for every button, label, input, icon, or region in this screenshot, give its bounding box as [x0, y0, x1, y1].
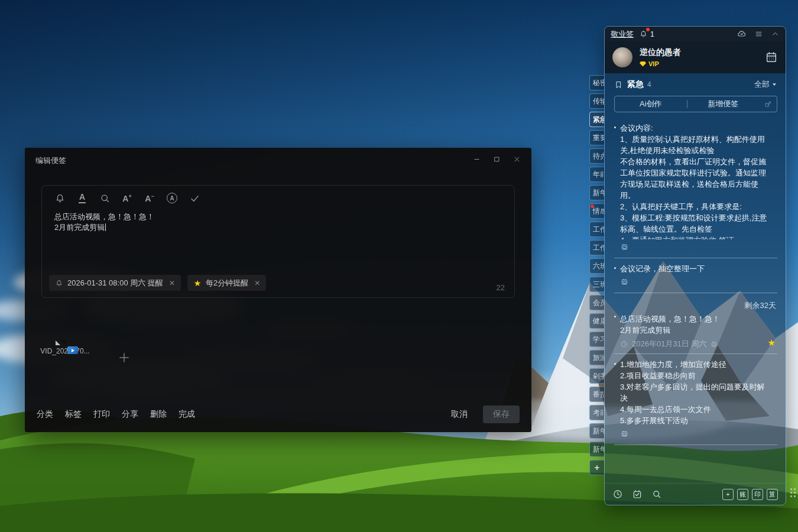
maximize-icon: [492, 155, 501, 164]
note-bullet: [614, 316, 616, 317]
add-category-tab[interactable]: +: [589, 460, 604, 475]
app-name[interactable]: 敬业签: [611, 29, 634, 40]
category-tab-考前[interactable]: 考前: [589, 405, 604, 420]
filter-dropdown[interactable]: 全部: [754, 79, 777, 90]
dialog-action-分类[interactable]: 分类: [37, 409, 53, 420]
category-tab-情感[interactable]: 情感: [589, 203, 604, 219]
note-lock-icon: [620, 277, 629, 286]
titlebar-icons: [737, 29, 780, 39]
ai-create-button[interactable]: Ai创作: [615, 99, 687, 109]
search-button[interactable]: [651, 489, 662, 499]
category-tab-新年[interactable]: 新年: [589, 423, 604, 439]
popout-button[interactable]: [759, 100, 777, 108]
dialog-footer-actions: 分类标签打印分享删除完成: [37, 409, 195, 420]
maximize-button[interactable]: [486, 151, 507, 167]
category-name: 紧急: [627, 79, 644, 90]
category-tab-健康[interactable]: 健康: [589, 313, 604, 329]
search-tool-button[interactable]: [99, 192, 111, 204]
dialog-action-完成[interactable]: 完成: [179, 409, 195, 420]
note-item[interactable]: 剩余32天总店活动视频，急！急！急！2月前完成剪辑2026年01月31日 周六★: [614, 293, 777, 354]
calendar-icon[interactable]: [765, 51, 778, 64]
category-tab-六班[interactable]: 六班: [589, 258, 604, 274]
note-lock-icon: [710, 340, 718, 348]
bell-tool-button[interactable]: [54, 192, 66, 204]
chevron-up-icon[interactable]: [771, 30, 780, 38]
note-line: 3.对老客户多多回访，提出的问题要及时解: [620, 381, 777, 392]
category-tab-旅游[interactable]: 旅游: [589, 350, 604, 365]
note-item[interactable]: 会议记录，抽空整理一下: [614, 258, 777, 293]
cancel-button[interactable]: 取消: [451, 409, 468, 420]
note-lock-row: [620, 429, 777, 440]
category-tab-重要[interactable]: 重要: [589, 130, 604, 145]
bell-icon: [54, 193, 66, 204]
chip-remove-icon[interactable]: ✕: [254, 279, 260, 287]
font-decrease-tool-button[interactable]: A−: [144, 192, 155, 204]
read-aloud-tool-button[interactable]: A: [166, 192, 178, 204]
category-tab-待办[interactable]: 待办: [589, 148, 604, 164]
note-line: 2月前完成剪辑: [620, 325, 777, 336]
edit-note-dialog: 编辑便签 AA+A−A 总店活动视频，急！急！急！2月前完成剪辑 2026-01…: [25, 148, 531, 432]
font-increase-tool-button[interactable]: A+: [121, 192, 133, 204]
note-body-text[interactable]: 总店活动视频，急！急！急！2月前完成剪辑: [54, 212, 154, 233]
save-button[interactable]: 保存: [483, 406, 520, 423]
close-button[interactable]: [507, 151, 527, 167]
font-color-icon: A: [77, 193, 88, 204]
unread-dot: [591, 205, 594, 208]
category-tab-年前[interactable]: 年前: [589, 167, 604, 182]
todo-button[interactable]: [632, 489, 643, 499]
badge-dot: [646, 28, 650, 31]
print-button[interactable]: 印: [752, 489, 763, 500]
plus-icon: [117, 351, 131, 365]
new-note-button[interactable]: 新增便签: [687, 99, 760, 109]
category-tab-工作[interactable]: 工作: [589, 240, 604, 255]
history-button[interactable]: [612, 489, 623, 499]
remaining-days: 剩余32天: [620, 298, 777, 313]
calculator-button[interactable]: 算: [767, 489, 778, 500]
category-tab-剁手[interactable]: 剁手: [589, 368, 604, 384]
dialog-action-分享[interactable]: 分享: [122, 409, 138, 420]
quick-add-button[interactable]: +: [722, 489, 734, 500]
note-item[interactable]: 1.增加地推力度，增加宣传途径2.项目收益要稳步向前3.对老客户多多回访，提出的…: [614, 354, 777, 445]
drag-grip-icon[interactable]: [790, 488, 796, 497]
dialog-action-删除[interactable]: 删除: [150, 409, 167, 420]
category-tab-会员[interactable]: 会员: [589, 295, 604, 310]
note-editor[interactable]: AA+A−A 总店活动视频，急！急！急！2月前完成剪辑 2026-01-31 0…: [41, 185, 515, 298]
category-tab-新年[interactable]: 新年: [589, 442, 604, 457]
category-tab-工作[interactable]: 工作: [589, 222, 604, 237]
category-tab-番茄[interactable]: 番茄: [589, 387, 604, 402]
note-line: 工单位按国家规定取样进行试验。通知监理: [620, 167, 777, 179]
note-lock-row: [620, 277, 777, 288]
category-tab-新年[interactable]: 新年: [589, 185, 604, 200]
reminder-chip[interactable]: 2026-01-31 08:00 周六 提醒✕: [49, 275, 181, 291]
add-attachment-button[interactable]: [117, 351, 131, 365]
dialog-action-标签[interactable]: 标签: [65, 409, 82, 420]
notification-bell-icon[interactable]: [639, 30, 648, 38]
category-tab-秘密[interactable]: 秘密: [589, 75, 604, 90]
check-tool-button[interactable]: [189, 192, 200, 204]
minimize-button[interactable]: [466, 151, 486, 167]
dialog-action-打印[interactable]: 打印: [93, 409, 110, 420]
note-item[interactable]: 会议内容:1、质量控制:认真把好原材料、构配件使用关,杜绝使用未经检验或检验不合…: [614, 118, 777, 258]
editor-toolbar: AA+A−A: [54, 192, 211, 204]
font-color-tool-button[interactable]: A: [76, 192, 88, 204]
check-icon: [189, 193, 200, 204]
chip-remove-icon[interactable]: ✕: [169, 279, 175, 287]
profile-section[interactable]: 逆位的愚者 VIP: [605, 41, 786, 73]
panel-body: 紧急 4 全部 Ai创作 新增便签 会议内容:1、质量控制:认真把好原材料、构配…: [605, 73, 786, 505]
cloud-sync-icon[interactable]: [737, 29, 747, 39]
category-tab-三班[interactable]: 三班: [589, 277, 604, 292]
font-decrease-icon: A−: [144, 193, 155, 204]
panel-titlebar[interactable]: 敬业签 1: [605, 27, 786, 41]
note-line: 会议记录，抽空整理一下: [620, 263, 777, 274]
chip-label: 每2分钟提醒: [206, 278, 248, 288]
category-tab-学习[interactable]: 学习: [589, 332, 604, 347]
menu-icon[interactable]: [754, 30, 763, 38]
ledger-button[interactable]: 账: [737, 489, 748, 500]
category-tab-传输[interactable]: 传输: [589, 93, 604, 109]
attachment-item[interactable]: VID_2024070...: [35, 340, 95, 355]
reminder-chip[interactable]: ★每2分钟提醒✕: [187, 275, 266, 291]
star-icon[interactable]: ★: [768, 338, 776, 348]
note-reminder-meta: 2026年01月31日 周六: [620, 339, 777, 349]
avatar[interactable]: [612, 47, 632, 67]
category-tab-紧急[interactable]: 紧急: [589, 112, 604, 127]
